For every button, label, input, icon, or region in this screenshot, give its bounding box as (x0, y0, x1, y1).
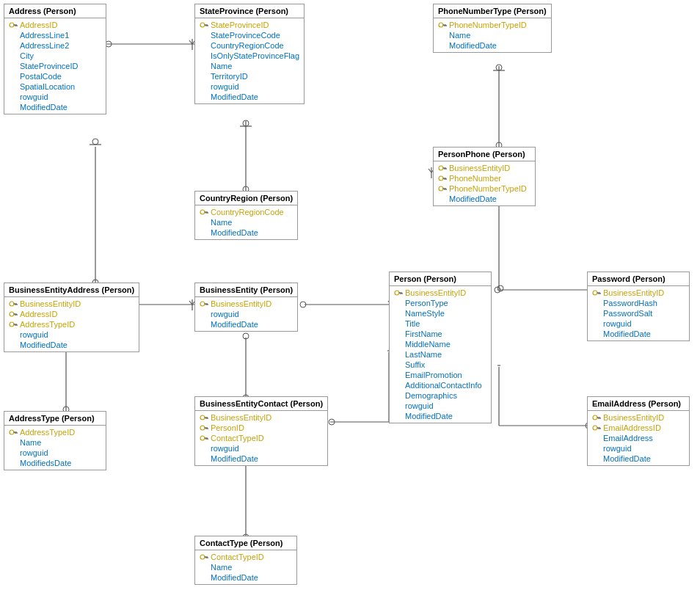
svg-point-118 (200, 426, 205, 430)
field-personid: PersonID (195, 423, 327, 433)
entity-header-businessentitycontact: BusinessEntityContact (Person) (195, 397, 327, 411)
entity-header-person: Person (Person) (390, 272, 491, 286)
svg-line-22 (429, 169, 431, 172)
field-phonenumbertypeid: PhoneNumberTypeID (434, 20, 551, 30)
field-businessentityid: BusinessEntityID (588, 288, 689, 298)
field-modifieddate: ModifiedDate (588, 453, 689, 464)
field-contacttypeid: ContactTypeID (195, 433, 327, 443)
svg-point-78 (439, 176, 443, 181)
field-name: Name (195, 562, 296, 572)
entity-header-address: Address (Person) (4, 4, 106, 18)
field-addressid: AddressID (4, 309, 139, 319)
svg-point-82 (439, 186, 443, 191)
svg-point-47 (329, 419, 335, 425)
field-emailpromotion: EmailPromotion (390, 370, 491, 380)
entity-personphone: PersonPhone (Person)BusinessEntityIDPhon… (433, 147, 536, 206)
svg-line-8 (189, 40, 192, 44)
entity-header-stateprovince: StateProvince (Person) (195, 4, 304, 18)
svg-point-3 (92, 139, 98, 145)
field-rowguid: rowguid (195, 443, 327, 453)
field-stateprovinceid: StateProvinceID (195, 20, 304, 30)
field-countryregioncode: CountryRegionCode (195, 40, 304, 51)
field-addressline1: AddressLine1 (4, 30, 106, 40)
entity-businessentityaddress: BusinessEntityAddress (Person)BusinessEn… (4, 283, 139, 352)
entity-fields-contacttype: ContactTypeIDNameModifiedDate (195, 550, 296, 584)
svg-point-20 (497, 285, 503, 291)
entity-fields-businessentitycontact: BusinessEntityIDPersonIDContactTypeIDrow… (195, 411, 327, 465)
entity-fields-countryregion: CountryRegionCodeNameModifiedDate (195, 205, 297, 239)
svg-point-134 (200, 555, 205, 559)
field-stateprovinceid: StateProvinceID (4, 61, 106, 71)
field-modifieddate: ModifiedDate (195, 453, 327, 464)
svg-point-70 (200, 210, 205, 214)
field-name: Name (4, 437, 106, 448)
entity-stateprovince: StateProvince (Person)StateProvinceIDSta… (194, 4, 305, 104)
diagram-canvas: Address (Person)AddressIDAddressLine1Add… (0, 0, 700, 612)
field-businessentityid: BusinessEntityID (195, 299, 297, 309)
field-modifiedsdate: ModifiedsDate (4, 458, 106, 468)
field-businessentityid: BusinessEntityID (195, 412, 327, 423)
entity-fields-personphone: BusinessEntityIDPhoneNumberPhoneNumberTy… (434, 161, 535, 205)
field-passwordsalt: PasswordSalt (588, 308, 689, 318)
field-addressid: AddressID (4, 20, 106, 30)
field-modifieddate: ModifiedDate (4, 102, 106, 112)
field-rowguid: rowguid (390, 401, 491, 411)
svg-point-6 (106, 41, 112, 47)
field-businessentityid: BusinessEntityID (434, 163, 535, 173)
field-modifieddate: ModifiedDate (195, 572, 296, 583)
field-modifieddate: ModifiedDate (195, 227, 297, 238)
field-demographics: Demographics (390, 390, 491, 401)
svg-point-130 (593, 426, 597, 430)
svg-point-98 (200, 302, 205, 306)
entity-fields-businessentityaddress: BusinessEntityIDAddressIDAddressTypeIDro… (4, 297, 139, 351)
field-suffix: Suffix (390, 360, 491, 370)
field-modifieddate: ModifiedDate (588, 329, 689, 339)
entity-addresstype: AddressType (Person)AddressTypeIDNamerow… (4, 411, 106, 470)
field-postalcode: PostalCode (4, 71, 106, 81)
entity-fields-businessentity: BusinessEntityIDrowguidModifiedDate (195, 297, 297, 331)
svg-point-122 (200, 436, 205, 440)
entity-person: Person (Person)BusinessEntityIDPersonTyp… (389, 272, 492, 423)
field-rowguid: rowguid (588, 318, 689, 329)
field-lastname: LastName (390, 349, 491, 360)
field-firstname: FirstName (390, 329, 491, 339)
svg-point-86 (10, 302, 14, 306)
field-addressline2: AddressLine2 (4, 40, 106, 51)
svg-point-110 (10, 430, 14, 434)
field-phonenumber: PhoneNumber (434, 173, 535, 183)
field-addresstypeid: AddressTypeID (4, 319, 139, 329)
entity-header-addresstype: AddressType (Person) (4, 412, 106, 426)
entity-header-countryregion: CountryRegion (Person) (195, 192, 297, 205)
field-additionalcontactinfo: AdditionalContactInfo (390, 380, 491, 390)
field-modifieddate: ModifiedDate (195, 319, 297, 329)
field-modifieddate: ModifiedDate (4, 340, 139, 350)
svg-point-102 (395, 291, 399, 295)
field-title: Title (390, 318, 491, 329)
svg-point-42 (243, 333, 249, 339)
field-isonlystateprovinceflag: IsOnlyStateProvinceFlag (195, 51, 304, 61)
entity-header-contacttype: ContactType (Person) (195, 536, 296, 550)
entity-countryregion: CountryRegion (Person)CountryRegionCodeN… (194, 191, 298, 240)
entity-password: Password (Person)BusinessEntityIDPasswor… (587, 272, 690, 341)
field-rowguid: rowguid (4, 448, 106, 458)
field-rowguid: rowguid (195, 309, 297, 319)
field-modifieddate: ModifiedDate (434, 40, 551, 51)
entity-address: Address (Person)AddressIDAddressLine1Add… (4, 4, 106, 114)
field-addresstypeid: AddressTypeID (4, 427, 106, 437)
svg-point-12 (243, 120, 249, 126)
entity-fields-phonenumbertype: PhoneNumberTypeIDNameModifiedDate (434, 18, 551, 52)
field-namestyle: NameStyle (390, 308, 491, 318)
entity-fields-stateprovince: StateProvinceIDStateProvinceCodeCountryR… (195, 18, 304, 103)
field-rowguid: rowguid (195, 81, 304, 92)
svg-line-27 (189, 301, 192, 305)
field-name: Name (195, 217, 297, 227)
field-stateprovincecode: StateProvinceCode (195, 30, 304, 40)
entity-phonenumbertype: PhoneNumberType (Person)PhoneNumberTypeI… (433, 4, 552, 53)
entity-header-businessentity: BusinessEntity (Person) (195, 283, 297, 297)
entity-header-personphone: PersonPhone (Person) (434, 147, 535, 161)
svg-point-94 (10, 322, 14, 327)
field-modifieddate: ModifiedDate (390, 411, 491, 421)
entity-fields-person: BusinessEntityIDPersonTypeNameStyleTitle… (390, 286, 491, 423)
svg-point-16 (496, 65, 502, 70)
svg-point-35 (495, 287, 500, 293)
